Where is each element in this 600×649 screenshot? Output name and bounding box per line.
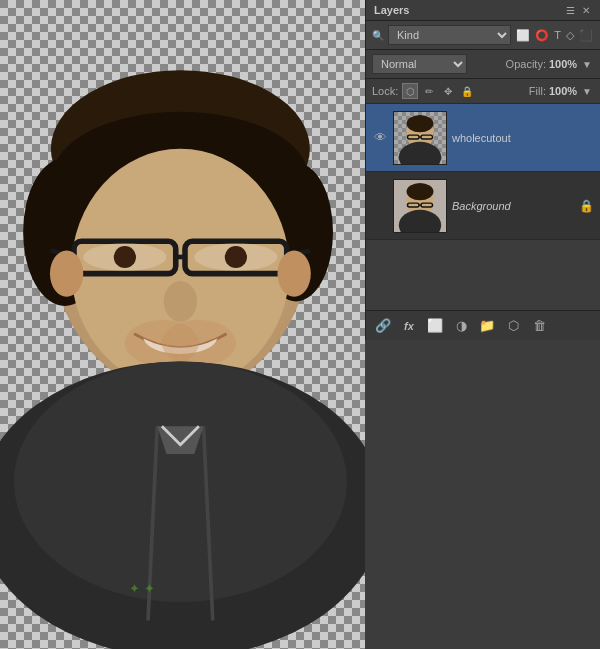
filter-text-icon[interactable]: T	[553, 28, 562, 43]
opacity-label: Opacity:	[506, 58, 546, 70]
lock-row: Lock: ⬡ ✏ ✥ 🔒 Fill: 100% ▼	[366, 79, 600, 104]
fill-group: Fill: 100% ▼	[529, 85, 594, 97]
layer-item-wholecutout[interactable]: 👁 wholecutout	[366, 104, 600, 172]
layer-visibility-btn-wholecutout[interactable]: 👁	[372, 130, 388, 145]
title-controls: ☰ ✕	[564, 5, 592, 16]
layers-title-bar: Layers ☰ ✕	[366, 0, 600, 21]
filter-search-icon: 🔍	[372, 30, 384, 41]
svg-text:✦ ✦: ✦ ✦	[130, 581, 156, 596]
layer-visibility-placeholder	[372, 198, 388, 214]
layer-name-wholecutout: wholecutout	[452, 132, 594, 144]
opacity-value: 100%	[549, 58, 577, 70]
filter-shape-icon[interactable]: ◇	[565, 28, 575, 43]
svg-point-23	[278, 251, 311, 297]
filter-adjust-icon[interactable]: ⭕	[534, 28, 550, 43]
fill-value: 100%	[549, 85, 577, 97]
filter-type-icons: ⬜ ⭕ T ◇ ⬛	[515, 28, 594, 43]
new-group-btn[interactable]: 📁	[476, 315, 498, 337]
layer-thumb-person	[394, 112, 446, 164]
blend-mode-row: Normal Opacity: 100% ▼	[366, 50, 600, 79]
fx-btn[interactable]: fx	[398, 315, 420, 337]
person-image: ✦ ✦	[0, 0, 370, 649]
right-panel-bottom	[365, 340, 600, 649]
svg-point-17	[162, 320, 236, 366]
adjustment-btn[interactable]: ◑	[450, 315, 472, 337]
filter-row: 🔍 Kind ⬜ ⭕ T ◇ ⬛	[366, 21, 600, 50]
svg-point-15	[164, 281, 197, 322]
lock-paint-btn[interactable]: ✏	[421, 83, 437, 99]
lock-all-btn[interactable]: 🔒	[459, 83, 475, 99]
panel-close-btn[interactable]: ✕	[580, 5, 592, 16]
link-layers-btn[interactable]: 🔗	[372, 315, 394, 337]
opacity-arrow-icon[interactable]: ▼	[580, 59, 594, 70]
new-layer-btn[interactable]: ⬡	[502, 315, 524, 337]
delete-layer-btn[interactable]: 🗑	[528, 315, 550, 337]
svg-point-14	[225, 246, 247, 268]
kind-select[interactable]: Kind	[388, 25, 511, 45]
fill-arrow-icon[interactable]: ▼	[580, 86, 594, 97]
layer-name-background: Background	[452, 200, 574, 212]
blend-mode-select[interactable]: Normal	[372, 54, 467, 74]
svg-point-25	[407, 114, 434, 131]
layers-toolbar: 🔗 fx ⬜ ◑ 📁 ⬡ 🗑	[366, 310, 600, 340]
canvas-area: ✦ ✦	[0, 0, 370, 649]
filter-smart-icon[interactable]: ⬛	[578, 28, 594, 43]
lock-pixels-btn[interactable]: ⬡	[402, 83, 418, 99]
lock-icons: ⬡ ✏ ✥ 🔒	[402, 83, 475, 99]
layer-thumb-bg-person	[394, 180, 446, 232]
svg-point-32	[407, 182, 434, 199]
panel-title: Layers	[374, 4, 409, 16]
fill-label: Fill:	[529, 85, 546, 97]
lock-label: Lock:	[372, 85, 398, 97]
svg-point-20	[14, 362, 347, 603]
panel-menu-btn[interactable]: ☰	[564, 5, 577, 16]
layer-thumb-background	[393, 179, 447, 233]
lock-position-btn[interactable]: ✥	[440, 83, 456, 99]
layer-item-background[interactable]: Background 🔒	[366, 172, 600, 240]
filter-pixel-icon[interactable]: ⬜	[515, 28, 531, 43]
opacity-group: Opacity: 100% ▼	[506, 58, 594, 70]
add-mask-btn[interactable]: ⬜	[424, 315, 446, 337]
svg-point-29	[399, 141, 441, 163]
layer-thumb-wholecutout	[393, 111, 447, 165]
layer-lock-icon: 🔒	[579, 199, 594, 213]
layers-panel: Layers ☰ ✕ 🔍 Kind ⬜ ⭕ T ◇ ⬛ Normal Opaci…	[365, 0, 600, 340]
svg-point-13	[114, 246, 136, 268]
svg-point-22	[50, 251, 83, 297]
layers-list: 👁 wholecutout	[366, 104, 600, 240]
